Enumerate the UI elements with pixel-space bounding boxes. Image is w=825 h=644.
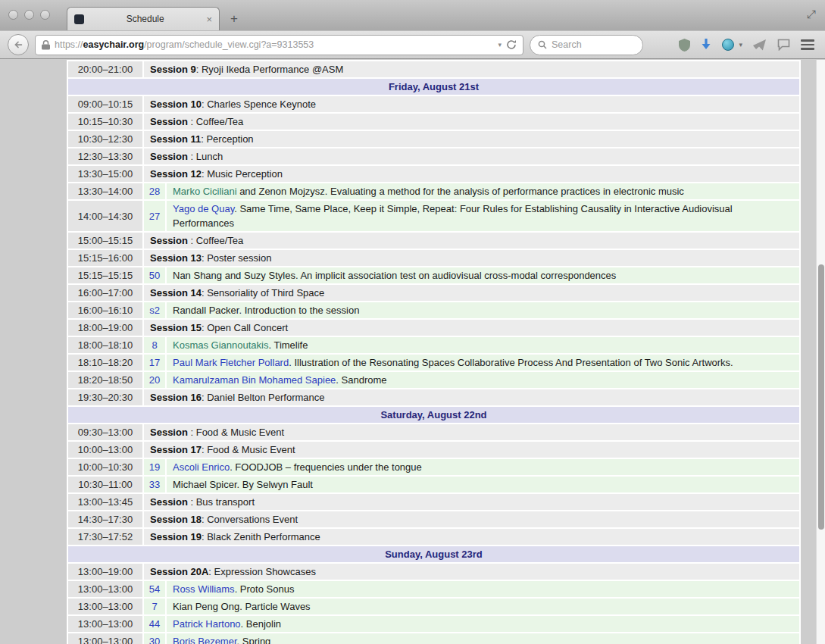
paper-row: 15:15–15:1550Nan Shang and Suzy Styles. … — [67, 267, 800, 284]
paper-number-link[interactable]: 28 — [143, 183, 166, 200]
time-cell: 13:00–13:00 — [67, 580, 143, 598]
paper-text: . Illustration of the Resonating Spaces … — [289, 357, 733, 368]
url-path: /program/schedule_view.cgi?a=9313553 — [144, 39, 314, 50]
paper-number-link[interactable]: 7 — [143, 598, 166, 615]
paper-text: . Same Time, Same Place, Keep it Simple,… — [173, 203, 733, 229]
search-input[interactable]: Search — [530, 35, 643, 55]
menu-button[interactable] — [801, 39, 814, 50]
author-link[interactable]: Ascoli Enrico — [173, 461, 230, 473]
zoom-button[interactable] — [40, 10, 50, 20]
paper-number-link[interactable]: s2 — [143, 302, 166, 319]
paper-cell: Paul Mark Fletcher Pollard. Illustration… — [166, 354, 800, 371]
author-link[interactable]: Yago de Quay — [173, 203, 234, 214]
download-icon[interactable] — [701, 39, 711, 51]
author-link[interactable]: Kosmas Giannoutakis — [173, 339, 268, 351]
paper-number-link[interactable]: 27 — [143, 200, 166, 232]
session-cell: Session 16: Daniel Belton Performance — [143, 389, 800, 406]
scrollbar-thumb[interactable] — [818, 264, 824, 530]
paper-text: . Benjolin — [241, 618, 281, 630]
time-cell: 16:00–17:00 — [67, 284, 143, 302]
back-button[interactable] — [8, 34, 29, 55]
paper-number-link[interactable]: 19 — [143, 458, 166, 476]
session-label: Session 12 — [150, 168, 202, 180]
extension-globe-icon[interactable] — [722, 39, 734, 51]
session-label: Session 17 — [150, 444, 202, 455]
extension-caret-icon[interactable]: ▾ — [739, 41, 742, 48]
time-cell: 13:30–15:00 — [67, 165, 143, 183]
paper-row: 13:00–13:007Kian Peng Ong. Particle Wave… — [67, 598, 800, 615]
time-cell: 18:00–19:00 — [67, 319, 143, 336]
time-cell: 13:00–13:00 — [67, 633, 143, 644]
minimize-button[interactable] — [24, 10, 34, 20]
url-bar[interactable]: https://easychair.org/program/schedule_v… — [35, 35, 523, 55]
session-row: 20:00–21:00Session 9: Ryoji Ikeda Perfor… — [67, 61, 800, 78]
time-cell: 09:30–13:00 — [67, 424, 143, 441]
tab-close-icon[interactable]: × — [206, 14, 212, 24]
session-cell: Session 15: Open Call Concert — [143, 319, 800, 336]
close-button[interactable] — [8, 10, 18, 20]
scrollbar[interactable] — [816, 60, 825, 644]
time-cell: 12:30–13:30 — [67, 148, 143, 165]
paper-row: 13:00–13:0030Boris Bezemer. Spring — [67, 633, 800, 644]
paper-number-link[interactable]: 33 — [143, 476, 166, 493]
schedule-table: 20:00–21:00Session 9: Ryoji Ikeda Perfor… — [67, 60, 801, 644]
window-titlebar: Schedule × + ⤢ — [0, 0, 825, 30]
time-cell: 13:30–14:00 — [67, 183, 143, 200]
session-row: 13:00–19:00Session 20A: Expression Showc… — [67, 563, 800, 580]
paper-number-link[interactable]: 54 — [143, 580, 166, 598]
paper-cell: Kosmas Giannoutakis. Timelife — [166, 336, 800, 354]
author-link[interactable]: Patrick Hartono — [173, 618, 241, 630]
reload-icon[interactable] — [506, 39, 517, 50]
paper-row: 13:30–14:0028Marko Ciciliani and Zenon M… — [67, 183, 800, 200]
paper-number-link[interactable]: 17 — [143, 354, 166, 371]
paper-number-link[interactable]: 50 — [143, 267, 166, 284]
time-cell: 10:30–11:00 — [67, 476, 143, 493]
chat-bubble-icon[interactable] — [777, 39, 790, 51]
tab-schedule[interactable]: Schedule × — [67, 7, 220, 30]
author-link[interactable]: Paul Mark Fletcher Pollard — [173, 357, 289, 368]
session-row: 12:30–13:30Session : Lunch — [67, 148, 800, 165]
paper-number-link[interactable]: 30 — [143, 633, 166, 644]
session-row: 15:00–15:15Session : Coffee/Tea — [67, 232, 800, 249]
paper-row: 18:20–18:5020Kamarulzaman Bin Mohamed Sa… — [67, 371, 800, 389]
session-cell: Session : Food & Music Event — [143, 424, 800, 441]
time-cell: 13:00–13:45 — [67, 493, 143, 511]
time-cell: 16:00–16:10 — [67, 302, 143, 319]
session-row: 16:00–17:00Session 14: Sensoriality of T… — [67, 284, 800, 302]
session-cell: Session 12: Music Perception — [143, 165, 800, 183]
paper-cell: Nan Shang and Suzy Styles. An implicit a… — [166, 267, 800, 284]
time-cell: 19:30–20:30 — [67, 389, 143, 406]
new-tab-button[interactable]: + — [224, 11, 244, 27]
back-arrow-icon — [13, 39, 23, 50]
paper-number-link[interactable]: 20 — [143, 371, 166, 389]
time-cell: 18:20–18:50 — [67, 371, 143, 389]
paper-cell: Marko Ciciliani and Zenon Mojzysz. Evalu… — [166, 183, 800, 200]
paper-number-link[interactable]: 8 — [143, 336, 166, 354]
session-row: 14:30–17:30Session 18: Conversations Eve… — [67, 511, 800, 528]
author-link[interactable]: Kamarulzaman Bin Mohamed Sapiee — [173, 374, 336, 386]
url-dropdown-icon[interactable]: ▾ — [498, 41, 502, 48]
paper-row: 13:00–13:0044Patrick Hartono. Benjolin — [67, 615, 800, 633]
time-cell: 17:30–17:52 — [67, 528, 143, 546]
send-plane-icon[interactable] — [753, 39, 767, 51]
session-label: Session 18 — [150, 514, 202, 525]
paper-number-link[interactable]: 44 — [143, 615, 166, 633]
session-label: Session 15 — [150, 322, 202, 333]
paper-row: 18:10–18:2017Paul Mark Fletcher Pollard.… — [67, 354, 800, 371]
session-label: Session — [150, 235, 188, 246]
shield-icon[interactable] — [679, 39, 690, 52]
time-cell: 09:00–10:15 — [67, 95, 143, 113]
session-cell: Session 13: Poster session — [143, 249, 800, 267]
author-link[interactable]: Ross Williams — [173, 583, 235, 595]
paper-text: . FOODJOB – frequencies under the tongue — [230, 461, 422, 473]
url-text: https://easychair.org/program/schedule_v… — [55, 39, 314, 50]
author-link[interactable]: Boris Bezemer — [173, 636, 237, 644]
paper-cell: Randall Packer. Introduction to the sess… — [166, 302, 800, 319]
session-cell: Session 18: Conversations Event — [143, 511, 800, 528]
paper-row: 13:00–13:0054Ross Williams. Proto Sonus — [67, 580, 800, 598]
session-cell: Session 14: Sensoriality of Third Space — [143, 284, 800, 302]
fullscreen-icon[interactable]: ⤢ — [807, 8, 816, 21]
search-icon — [538, 40, 547, 49]
day-header: Friday, August 21st — [67, 78, 800, 95]
author-link[interactable]: Marko Ciciliani — [173, 186, 237, 197]
